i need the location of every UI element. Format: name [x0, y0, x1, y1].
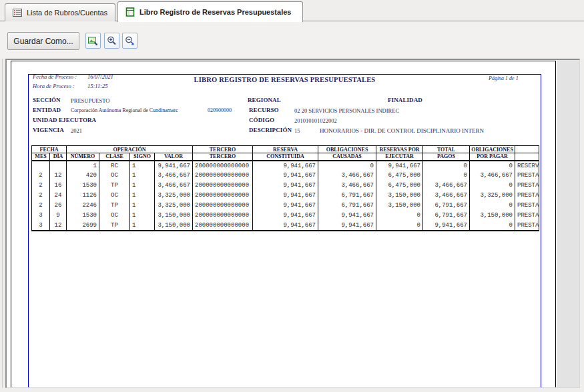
- table-cell: 0: [470, 181, 515, 191]
- table-cell: 9,941,667: [253, 201, 318, 211]
- table-cell: OC: [99, 211, 130, 221]
- seccion-label: SECCIÓN: [33, 97, 61, 103]
- table-cell: 0: [318, 161, 376, 171]
- save-as-button[interactable]: Guardar Como...: [7, 32, 79, 50]
- zoom-in-button[interactable]: [104, 33, 119, 49]
- table-cell: 12: [50, 171, 67, 181]
- table-cell: 9,941,667: [155, 161, 193, 171]
- vigencia-value: 2021: [71, 127, 82, 134]
- sub-header-cell: CONSTITUIDA: [253, 153, 318, 161]
- table-cell: 200000000000000: [193, 221, 253, 231]
- table-cell: 1: [130, 221, 155, 231]
- table-cell: [50, 161, 67, 171]
- table-cell: 3: [32, 221, 50, 231]
- table-cell: 1: [130, 161, 155, 171]
- table-row: 391530OC13,150,0002000000000000009,941,6…: [32, 211, 539, 221]
- table-cell: 9,941,667: [318, 221, 376, 231]
- codigo-value: 201010101022002: [294, 117, 337, 124]
- group-header-cell: TOTAL: [423, 146, 470, 153]
- table-cell: 3,466,667: [155, 181, 193, 191]
- table-cell: 3,150,000: [376, 201, 423, 211]
- report-frame: [28, 74, 541, 388]
- table-cell: OC: [99, 171, 130, 181]
- table-cell: 2246: [67, 201, 99, 211]
- zoom-out-button[interactable]: [122, 33, 137, 49]
- sub-header-cell: VALOR: [155, 153, 193, 161]
- workbook-icon: [125, 7, 135, 17]
- regional-label: REGIONAL: [248, 97, 281, 103]
- table-cell: RESERVA: [515, 161, 539, 171]
- table-cell: 1: [130, 191, 155, 201]
- group-header-cell: TERCERO: [193, 146, 253, 153]
- table-cell: 1: [130, 201, 155, 211]
- tab-label: Libro Registro de Reservas Presupuestale…: [139, 8, 291, 16]
- table-row: 3122699TP13,150,0002000000000000009,941,…: [32, 221, 539, 231]
- entidad-label: ENTIDAD: [33, 107, 61, 113]
- table-cell: 0: [376, 211, 423, 221]
- table-cell: 3,325,000: [470, 191, 515, 201]
- sub-header-cell: CAUSADAS: [318, 153, 376, 161]
- table-cell: 6,475,000: [376, 171, 423, 181]
- page-indicator: Página 1 de 1: [489, 75, 519, 81]
- table-cell: 3,150,000: [155, 221, 193, 231]
- entidad-code: 020900000: [208, 107, 232, 113]
- sub-header-cell: EJECUTAR: [376, 153, 423, 161]
- table-cell: 0: [376, 221, 423, 231]
- sub-header-cell: [515, 153, 539, 161]
- export-image-button[interactable]: [85, 33, 101, 49]
- table-cell: 1530: [67, 181, 99, 191]
- table-cell: RC: [99, 161, 130, 171]
- table-cell: 2: [32, 191, 50, 201]
- vigencia-label: VIGENCIA: [33, 127, 64, 133]
- report-page: Fecha de Proceso : 16/07/2021 Hora de Pr…: [11, 61, 556, 388]
- finalidad-label: FINALIDAD: [388, 97, 422, 103]
- table-cell: 12: [50, 221, 67, 231]
- unidad-ejecutora-label: UNIDAD EJECUTORA: [33, 117, 96, 123]
- recurso-value: 02 20 SERVICIOS PERSONALES INDIREC: [294, 107, 399, 114]
- recurso-label: RECURSO: [249, 107, 279, 113]
- table-cell: 9: [50, 211, 67, 221]
- table-cell: TP: [99, 201, 130, 211]
- table-cell: 200000000000000: [193, 191, 253, 201]
- table-cell: 3: [32, 211, 50, 221]
- descripcion-code: 15: [294, 127, 300, 134]
- table-row: 2241126OC13,325,0002000000000000009,941,…: [32, 191, 539, 201]
- table-cell: 1530: [67, 211, 99, 221]
- tab-bar: Lista de Rubros/Cuentas Libro Registro d…: [0, 0, 584, 21]
- group-header-cell: OBLIGACIONES: [470, 146, 515, 153]
- table-cell: 6,791,667: [318, 201, 376, 211]
- table-cell: 0: [470, 161, 515, 171]
- table-cell: 200000000000000: [193, 161, 253, 171]
- table-cell: 16: [50, 181, 67, 191]
- table-cell: 26: [50, 201, 67, 211]
- report-title: LIBRO REGISTRO DE RESERVAS PRESUPUESTALE…: [28, 76, 541, 83]
- tab-libro-registro-reservas[interactable]: Libro Registro de Reservas Presupuestale…: [117, 1, 303, 22]
- table-cell: 1: [130, 211, 155, 221]
- table-cell: 2: [32, 201, 50, 211]
- left-gutter-line: [2, 59, 3, 388]
- table-cell: 24: [50, 191, 67, 201]
- table-cell: 9,941,667: [376, 161, 423, 171]
- table-cell: 200000000000000: [193, 171, 253, 181]
- table-cell: 3,325,000: [155, 201, 193, 211]
- table-cell: 9,941,667: [253, 171, 318, 181]
- seccion-value: PRESUPUESTO: [71, 97, 109, 104]
- table-cell: 9,941,667: [253, 191, 318, 201]
- app-window: Lista de Rubros/Cuentas Libro Registro d…: [0, 0, 584, 392]
- table-row: 2161530TP13,466,6672000000000000009,941,…: [32, 181, 539, 191]
- table-row: 1RC19,941,6672000000000000009,941,66709,…: [32, 161, 539, 171]
- group-header-cell: FECHA: [32, 146, 67, 153]
- table-cell: 6,791,667: [423, 211, 470, 221]
- table-cell: 3,466,667: [318, 171, 376, 181]
- sub-header-cell: POR PAGAR: [470, 153, 515, 161]
- table-cell: 0: [470, 221, 515, 231]
- table-row: 2262246TP13,325,0002000000000000009,941,…: [32, 201, 539, 211]
- table-cell: 2699: [67, 221, 99, 231]
- group-header-cell: OBLIGACIONES: [318, 146, 376, 153]
- tab-lista-rubros-cuentas[interactable]: Lista de Rubros/Cuentas: [5, 3, 115, 21]
- sub-header-cell: NÚMERO: [67, 153, 99, 161]
- report-viewer: Fecha de Proceso : 16/07/2021 Hora de Pr…: [5, 59, 580, 388]
- sub-header-cell: CLASE: [99, 153, 130, 161]
- table-cell: 3,466,667: [423, 181, 470, 191]
- table-cell: PRESTAC: [515, 221, 539, 231]
